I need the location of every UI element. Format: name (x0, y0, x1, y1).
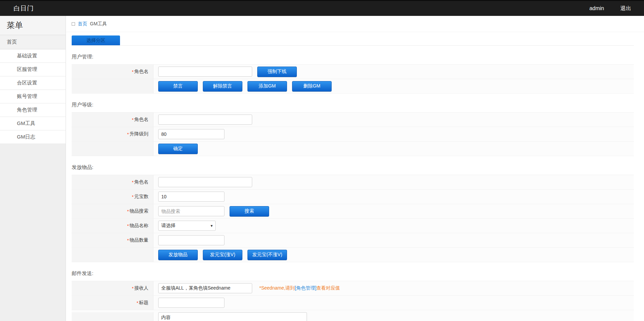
breadcrumb-current: GM工具 (90, 21, 107, 27)
required-mark: * (132, 69, 134, 74)
mail-to-input[interactable] (158, 283, 252, 293)
user-manage-form: * 角色名 强制下线 禁言 解除禁言 添加GM 删除GM (72, 64, 634, 94)
section-title-user-level: 用户等级: (72, 102, 634, 108)
sidebar-item-server-manage[interactable]: 区服管理 (0, 63, 66, 76)
level-value-input[interactable] (158, 129, 224, 139)
user-level-form: * 角色名 * 升降级到 确定 (72, 112, 634, 156)
confirm-button[interactable]: 确定 (158, 144, 198, 154)
item-name-select-value: 请选择 (161, 223, 175, 229)
section-title-mail: 邮件发送: (72, 270, 634, 277)
search-button[interactable]: 搜索 (230, 206, 269, 217)
sidebar-item-home[interactable]: 首页 (0, 35, 66, 49)
breadcrumb: 首页 GM工具 (66, 16, 644, 32)
role-name-input[interactable] (158, 67, 252, 77)
form-row: * 角色名 (72, 175, 634, 190)
required-mark: * (127, 209, 129, 214)
username-menu[interactable]: admin (589, 5, 604, 11)
role-manage-link[interactable]: [角色管理] (295, 285, 316, 291)
item-role-name-input[interactable] (158, 177, 252, 187)
seedname-note-post: 查看对应值 (316, 285, 340, 291)
form-row: * 标题 (72, 296, 634, 310)
role-name-label: 角色名 (134, 69, 148, 75)
required-mark: * (132, 180, 134, 185)
mail-content-textarea[interactable]: 内容 (158, 312, 307, 321)
force-offline-button[interactable]: 强制下线 (257, 67, 297, 77)
form-row: * 升降级到 (72, 127, 634, 142)
item-name-select[interactable]: 请选择 ▾ (158, 221, 216, 231)
seedname-note: *Seedname,请到[角色管理]查看对应值 (259, 285, 340, 291)
give-item-button[interactable]: 发放物品 (158, 250, 198, 260)
breadcrumb-home-link[interactable]: 首页 (78, 21, 87, 27)
required-mark: * (132, 194, 134, 199)
role-name-label: 角色名 (134, 179, 148, 185)
required-mark: * (137, 300, 138, 305)
form-row: * 元宝数 (72, 190, 634, 204)
item-qty-label: 物品数量 (129, 237, 148, 243)
sidebar-item-basic-settings[interactable]: 基础设置 (0, 49, 66, 63)
main-area: 首页 GM工具 选择分区 用户管理: * 角色名 强制下线 禁言 (66, 16, 644, 321)
form-row: * 物品数量 (72, 233, 634, 248)
required-mark: * (127, 223, 129, 228)
add-gm-button[interactable]: 添加GM (247, 81, 287, 92)
give-item-form: * 角色名 * 元宝数 * 物品搜索 (72, 175, 634, 262)
mail-form: * 接收人 *Seedname,请到[角色管理]查看对应值 * 标题 (72, 281, 634, 321)
required-mark: * (127, 238, 129, 243)
level-role-name-input[interactable] (158, 115, 252, 125)
delete-gm-button[interactable]: 删除GM (292, 81, 332, 92)
yuanbao-count-label: 元宝数 (134, 194, 148, 200)
mail-subject-label: 标题 (139, 300, 148, 306)
role-name-label: 角色名 (134, 117, 148, 123)
mail-to-label: 接收人 (134, 285, 148, 291)
mail-subject-input[interactable] (158, 298, 224, 308)
seedname-note-pre: *Seedname,请到 (259, 285, 295, 291)
form-row: * 角色名 (72, 113, 634, 127)
mute-button[interactable]: 禁言 (158, 81, 198, 92)
give-yuanbao-v-button[interactable]: 发元宝(涨V) (203, 250, 242, 260)
section-title-user-manage: 用户管理: (72, 54, 634, 60)
required-mark: * (132, 286, 134, 291)
sidebar-item-account-manage[interactable]: 账号管理 (0, 90, 66, 103)
item-search-input[interactable] (158, 206, 224, 216)
sidebar-item-gm-logs[interactable]: GM日志 (0, 130, 66, 144)
required-mark: * (132, 117, 134, 122)
item-name-label: 物品名称 (129, 223, 148, 229)
form-row: * 角色名 强制下线 (72, 65, 634, 79)
sidebar: 菜单 首页 基础设置 区服管理 合区设置 账号管理 角色管理 GM工具 GM日志 (0, 16, 66, 321)
tab-underline (72, 45, 634, 46)
give-yuanbao-nv-button[interactable]: 发元宝(不涨V) (247, 250, 287, 260)
item-qty-input[interactable] (158, 235, 224, 245)
form-row: 内容 (72, 310, 634, 321)
form-row: * 物品名称 请选择 ▾ (72, 219, 634, 233)
form-row: * 接收人 *Seedname,请到[角色管理]查看对应值 (72, 281, 634, 296)
home-icon (72, 22, 75, 26)
sidebar-title: 菜单 (0, 16, 66, 35)
yuanbao-count-input[interactable] (158, 192, 224, 202)
app-title: 白日门 (14, 4, 34, 13)
form-row: 禁言 解除禁言 添加GM 删除GM (72, 79, 634, 94)
zone-select-tab[interactable]: 选择分区 (72, 35, 120, 45)
sidebar-item-role-manage[interactable]: 角色管理 (0, 103, 66, 117)
sidebar-item-gm-tools[interactable]: GM工具 (0, 117, 66, 130)
form-row: * 物品搜索 搜索 (72, 204, 634, 219)
logout-button[interactable]: 退出 (620, 5, 631, 12)
chevron-down-icon: ▾ (211, 223, 213, 228)
form-row: 发放物品 发元宝(涨V) 发元宝(不涨V) (72, 248, 634, 262)
topbar: 白日门 admin 退出 (0, 0, 644, 16)
unmute-button[interactable]: 解除禁言 (203, 81, 242, 92)
form-row: 确定 (72, 142, 634, 156)
item-search-label: 物品搜索 (129, 208, 148, 214)
level-target-label: 升降级到 (129, 131, 148, 137)
sidebar-item-merge-settings[interactable]: 合区设置 (0, 76, 66, 90)
section-title-give-item: 发放物品: (72, 164, 634, 171)
required-mark: * (127, 132, 129, 137)
